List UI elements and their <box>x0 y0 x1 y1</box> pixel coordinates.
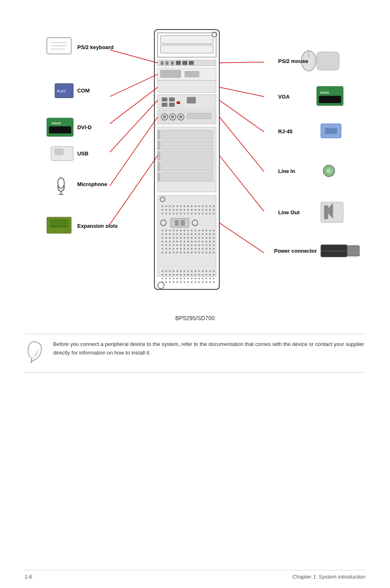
svg-point-122 <box>202 233 204 235</box>
svg-point-248 <box>169 281 170 283</box>
svg-point-59 <box>209 205 211 207</box>
svg-rect-282 <box>49 126 72 134</box>
svg-point-224 <box>191 274 193 276</box>
svg-point-225 <box>195 274 196 276</box>
svg-point-73 <box>206 209 207 211</box>
power-connector-label: Power connector <box>274 248 317 254</box>
svg-rect-3 <box>161 45 213 53</box>
svg-point-142 <box>166 241 167 242</box>
svg-rect-21 <box>169 97 175 101</box>
svg-point-65 <box>176 209 178 211</box>
svg-rect-43 <box>158 173 160 182</box>
svg-rect-289 <box>50 220 69 228</box>
svg-point-165 <box>195 245 196 246</box>
line-out-label: Line Out <box>278 209 300 215</box>
page-footer: 1-6 Chapter 1: System introduction <box>25 570 365 580</box>
svg-point-104 <box>191 230 193 231</box>
svg-point-51 <box>180 205 182 207</box>
svg-point-159 <box>173 245 174 246</box>
svg-rect-34 <box>161 130 213 139</box>
svg-point-215 <box>213 270 215 272</box>
svg-point-162 <box>184 245 185 246</box>
svg-point-52 <box>184 205 185 207</box>
svg-rect-39 <box>158 130 160 139</box>
svg-point-141 <box>162 241 164 242</box>
svg-point-83 <box>187 213 189 214</box>
svg-point-126 <box>162 237 164 239</box>
svg-point-199 <box>209 251 211 253</box>
svg-point-53 <box>187 205 189 207</box>
svg-rect-17 <box>158 80 216 92</box>
svg-point-97 <box>166 230 167 231</box>
diagram-container: PS/2 keyboard RJ45 COM ASUS DVI-D USB Mi… <box>25 16 365 311</box>
svg-point-75 <box>213 209 215 211</box>
svg-point-116 <box>180 233 182 235</box>
svg-point-129 <box>173 237 174 239</box>
svg-point-216 <box>162 274 164 276</box>
usb-label: USB <box>77 150 88 157</box>
svg-point-193 <box>187 251 189 253</box>
svg-rect-13 <box>161 70 181 78</box>
svg-point-61 <box>162 209 164 211</box>
svg-point-192 <box>184 251 185 253</box>
svg-point-81 <box>180 213 182 214</box>
svg-rect-304 <box>324 205 328 219</box>
svg-point-117 <box>184 233 185 235</box>
note-section: Before you connect a peripheral device t… <box>25 334 365 373</box>
svg-point-254 <box>191 281 193 283</box>
svg-point-190 <box>176 251 178 253</box>
svg-point-164 <box>191 245 193 246</box>
diagram-caption: BP5295/SD700 <box>25 315 365 321</box>
svg-rect-284 <box>55 149 63 155</box>
note-icon <box>25 340 45 366</box>
svg-point-258 <box>206 281 207 283</box>
svg-text:RJ45: RJ45 <box>57 89 65 93</box>
line-in-label: Line In <box>278 168 296 174</box>
svg-point-66 <box>180 209 182 211</box>
note-text: Before you connect a peripheral device t… <box>53 340 365 357</box>
svg-point-99 <box>173 230 174 231</box>
svg-point-285 <box>58 178 64 189</box>
svg-rect-38 <box>161 173 213 182</box>
svg-point-80 <box>176 213 178 214</box>
svg-point-112 <box>166 233 167 235</box>
svg-point-144 <box>173 241 174 242</box>
svg-point-158 <box>169 245 170 246</box>
svg-point-194 <box>191 251 193 253</box>
svg-line-267 <box>110 155 158 224</box>
svg-point-48 <box>169 205 170 207</box>
svg-point-64 <box>173 209 174 211</box>
svg-rect-6 <box>161 61 164 65</box>
svg-point-204 <box>173 270 174 272</box>
svg-point-206 <box>180 270 182 272</box>
svg-point-124 <box>209 233 211 235</box>
svg-point-166 <box>198 245 200 246</box>
svg-point-227 <box>202 274 204 276</box>
svg-rect-11 <box>189 61 194 65</box>
svg-point-54 <box>191 205 193 207</box>
svg-point-231 <box>162 278 164 279</box>
svg-point-57 <box>202 205 204 207</box>
svg-point-118 <box>187 233 189 235</box>
svg-point-56 <box>198 205 200 207</box>
svg-point-125 <box>213 233 215 235</box>
svg-line-270 <box>220 100 264 132</box>
svg-point-208 <box>187 270 189 272</box>
svg-rect-14 <box>185 72 199 77</box>
svg-point-184 <box>209 248 211 250</box>
svg-point-178 <box>187 248 189 250</box>
svg-point-113 <box>169 233 170 235</box>
svg-point-188 <box>169 251 170 253</box>
svg-point-174 <box>173 248 174 250</box>
svg-rect-298 <box>319 96 341 103</box>
svg-point-78 <box>169 213 170 214</box>
svg-rect-35 <box>161 141 213 150</box>
svg-point-222 <box>184 274 185 276</box>
svg-point-232 <box>166 278 167 279</box>
svg-point-67 <box>184 209 185 211</box>
svg-point-207 <box>184 270 185 272</box>
svg-point-55 <box>195 205 196 207</box>
svg-point-179 <box>191 248 193 250</box>
svg-point-177 <box>184 248 185 250</box>
svg-point-168 <box>206 245 207 246</box>
